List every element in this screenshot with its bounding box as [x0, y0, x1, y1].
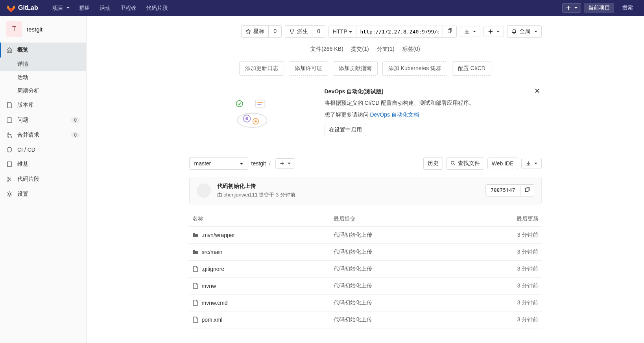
- file-time: 3 分钟前: [460, 226, 542, 243]
- file-commit-msg[interactable]: 代码初始化上传: [334, 316, 372, 323]
- rocket-icon: [6, 146, 13, 153]
- devops-close-button[interactable]: ✕: [534, 87, 540, 95]
- setup-cicd-button[interactable]: 配置 CI/CD: [452, 61, 491, 76]
- history-button[interactable]: 历史: [423, 157, 443, 170]
- file-commit-msg[interactable]: 代码初始化上传: [334, 232, 372, 238]
- navbar: GitLab 项目 群组 活动 里程碑 代码片段 当前项目 搜索: [0, 0, 644, 16]
- file-commit-msg[interactable]: 代码初始化上传: [334, 248, 372, 255]
- table-row[interactable]: pom.xml代码初始化上传3 分钟前: [189, 311, 542, 328]
- clone-row: HTTP: [328, 26, 457, 38]
- file-name-text: pom.xml: [202, 317, 223, 323]
- sidebar-wiki[interactable]: 维基: [0, 157, 86, 172]
- svg-rect-8: [448, 29, 450, 33]
- branch-select[interactable]: master: [189, 157, 248, 170]
- sidebar-settings[interactable]: 设置: [0, 187, 86, 202]
- current-project-badge[interactable]: 当前项目: [584, 3, 614, 13]
- sidebar-snippets[interactable]: 代码片段: [0, 172, 86, 187]
- nav-snippets[interactable]: 代码片段: [141, 0, 173, 16]
- sidebar-issues[interactable]: 问题 0: [0, 113, 86, 128]
- sidebar-mr[interactable]: 合并请求 0: [0, 128, 86, 143]
- web-ide-button[interactable]: Web IDE: [487, 158, 518, 169]
- devops-doc-link[interactable]: DevOps 自动化文档: [370, 111, 419, 118]
- table-row[interactable]: .mvn/wrapper代码初始化上传3 分钟前: [189, 226, 542, 243]
- notifications-menu[interactable]: 全局: [507, 25, 542, 38]
- stat-branches[interactable]: 分支(1): [377, 46, 395, 52]
- file-icon: [192, 317, 199, 323]
- fork-icon: [289, 29, 295, 34]
- navbar-right: 当前项目 搜索: [562, 3, 638, 13]
- nav-milestones[interactable]: 里程碑: [115, 0, 141, 16]
- project-stats: 文件(266 KB) 提交(1) 分支(1) 标签(0): [189, 46, 542, 53]
- col-update: 最后更新: [460, 211, 542, 227]
- book-icon: [6, 161, 13, 167]
- devops-desc: 将根据预定义的 CI/CD 配置自动构建、测试和部署应用程序。: [325, 98, 542, 108]
- table-row[interactable]: mvnw代码初始化上传3 分钟前: [189, 277, 542, 294]
- add-file-menu[interactable]: [275, 158, 295, 169]
- fork-group: 派生 0: [285, 25, 325, 38]
- clone-url-input[interactable]: [356, 26, 443, 38]
- table-row[interactable]: .gitignore代码初始化上传3 分钟前: [189, 260, 542, 277]
- table-row[interactable]: src/main代码初始化上传3 分钟前: [189, 243, 542, 260]
- nav-projects[interactable]: 项目: [48, 0, 74, 16]
- doc-icon: [6, 102, 13, 108]
- sidebar-activity[interactable]: 活动: [0, 71, 86, 84]
- clone-copy-button[interactable]: [443, 26, 457, 38]
- add-contributing-button[interactable]: 添加贡献指南: [333, 61, 378, 76]
- svg-point-9: [237, 113, 267, 127]
- stat-files[interactable]: 文件(266 KB): [310, 46, 343, 52]
- last-commit-box: 代码初始化上传 由 chenjunwei111 提交于 3 分钟前 78875f…: [189, 177, 542, 204]
- svg-point-11: [245, 117, 248, 120]
- sidebar-details[interactable]: 详情: [0, 57, 86, 71]
- commit-info: 代码初始化上传 由 chenjunwei111 提交于 3 分钟前: [217, 183, 479, 198]
- download-menu[interactable]: [460, 26, 480, 37]
- download-menu-2[interactable]: [521, 158, 542, 169]
- star-icon: [245, 29, 251, 34]
- table-row[interactable]: mvnw.cmd代码初始化上传3 分钟前: [189, 294, 542, 311]
- clone-protocol[interactable]: HTTP: [328, 26, 356, 38]
- file-time: 3 分钟前: [460, 294, 542, 311]
- file-commit-msg[interactable]: 代码初始化上传: [334, 265, 372, 272]
- file-table: 名称 最后提交 最后更新 .mvn/wrapper代码初始化上传3 分钟前src…: [189, 211, 542, 328]
- sidebar-project-header[interactable]: T testgit: [0, 16, 86, 43]
- sidebar-settings-label: 设置: [17, 191, 28, 198]
- commit-author[interactable]: chenjunwei111: [223, 192, 258, 198]
- plus-menu[interactable]: [483, 26, 504, 37]
- file-icon: [192, 283, 199, 289]
- breadcrumb-root[interactable]: testgit: [251, 160, 266, 167]
- stat-tags[interactable]: 标签(0): [402, 46, 420, 52]
- nav-links: 项目 群组 活动 里程碑 代码片段: [48, 0, 173, 16]
- fork-count: 0: [312, 25, 325, 38]
- chevron-down-icon: [238, 160, 243, 167]
- branch-row: master testgit / 历史 查找文件 Web IDE: [189, 157, 542, 170]
- star-button[interactable]: 星标: [241, 25, 269, 38]
- fork-button[interactable]: 派生: [285, 25, 312, 38]
- file-name-text: .mvn/wrapper: [202, 232, 235, 238]
- sidebar-repo[interactable]: 版本库: [0, 98, 86, 113]
- add-changelog-button[interactable]: 添加更新日志: [239, 61, 284, 76]
- sidebar-cicd[interactable]: CI / CD: [0, 143, 86, 157]
- svg-point-18: [451, 161, 454, 164]
- navbar-left: GitLab 项目 群组 活动 里程碑 代码片段: [6, 0, 173, 16]
- commit-title[interactable]: 代码初始化上传: [217, 183, 479, 190]
- commit-sha[interactable]: 78875f47: [485, 184, 520, 197]
- stat-commits[interactable]: 提交(1): [351, 46, 369, 52]
- file-commit-msg[interactable]: 代码初始化上传: [334, 282, 372, 289]
- devops-enable-button[interactable]: 在设置中启用: [325, 124, 366, 136]
- sidebar-cycle[interactable]: 周期分析: [0, 84, 86, 98]
- add-kubernetes-button[interactable]: 添加 Kubernetes 集群: [382, 61, 447, 76]
- logo[interactable]: GitLab: [6, 3, 38, 13]
- nav-activity[interactable]: 活动: [95, 0, 115, 16]
- find-file-button[interactable]: 查找文件: [446, 157, 484, 170]
- sidebar-snippets-label: 代码片段: [17, 176, 39, 183]
- sidebar-overview[interactable]: 概览: [0, 43, 86, 57]
- suggestion-buttons: 添加更新日志 添加许可证 添加贡献指南 添加 Kubernetes 集群 配置 …: [189, 60, 542, 77]
- commit-copy-button[interactable]: [520, 184, 534, 197]
- file-commit-msg[interactable]: 代码初始化上传: [334, 299, 372, 306]
- devops-illustration: [189, 87, 315, 136]
- nav-groups[interactable]: 群组: [74, 0, 95, 16]
- sidebar-issues-count: 0: [71, 117, 80, 123]
- add-license-button[interactable]: 添加许可证: [289, 61, 328, 76]
- new-menu[interactable]: [562, 3, 581, 13]
- sidebar-repo-label: 版本库: [17, 102, 34, 109]
- nav-search[interactable]: 搜索: [617, 4, 638, 11]
